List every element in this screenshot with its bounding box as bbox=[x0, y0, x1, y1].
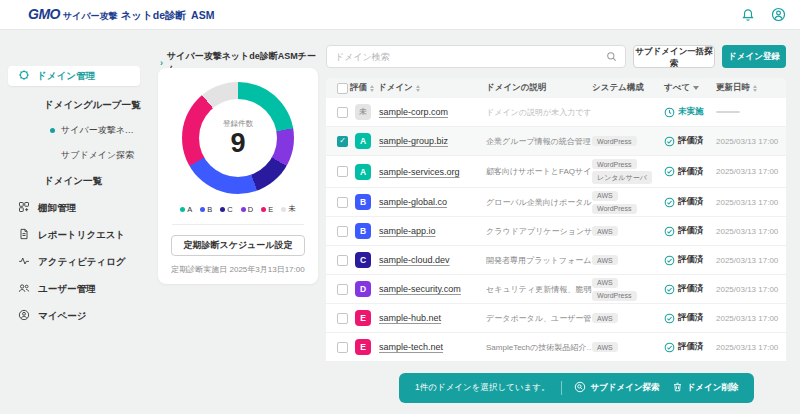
sidebar-item-report-request[interactable]: レポートリクエスト bbox=[18, 228, 152, 242]
top-header: GMO サイバー攻撃 ネットde診断 ASM bbox=[0, 0, 800, 30]
system-tags: AWSWordPress bbox=[592, 191, 664, 214]
column-header-grade[interactable]: 評価 bbox=[348, 82, 378, 94]
sidebar-item-team[interactable]: サイバー攻撃ネ… bbox=[50, 124, 152, 137]
status-badge: 評価済 bbox=[664, 341, 716, 353]
system-tag: レンタルサーバ bbox=[592, 171, 652, 184]
chart-legend: ABCDE未 bbox=[180, 204, 295, 214]
notification-bell-icon[interactable] bbox=[740, 7, 756, 23]
domain-link[interactable]: sample-security.com bbox=[379, 284, 461, 294]
grade-badge: A bbox=[355, 133, 371, 149]
status-badge: 評価済 bbox=[664, 196, 716, 208]
table-row: Dsample-security.comセキュリティ更新情報、脆弱…AWSWor… bbox=[326, 275, 786, 304]
sidebar-item-mypage[interactable]: マイページ bbox=[18, 309, 152, 323]
row-checkbox[interactable]: ✓ bbox=[337, 136, 348, 147]
legend-item: E bbox=[261, 205, 273, 214]
gear-globe-icon bbox=[18, 69, 30, 83]
updated-at: 2025/03/13 17:00 bbox=[716, 137, 786, 146]
check-circle-icon bbox=[664, 284, 675, 295]
sidebar-item-domain-list[interactable]: ドメイン一覧 bbox=[44, 175, 152, 188]
sidebar-item-subdomain-search[interactable]: サブドメイン探索 bbox=[61, 149, 152, 162]
status-filter-dropdown[interactable]: すべて bbox=[664, 82, 716, 94]
updated-at: 2025/03/13 17:00 bbox=[716, 227, 786, 236]
domain-link[interactable]: sample-group.biz bbox=[379, 136, 448, 146]
system-tag: AWS bbox=[592, 255, 618, 265]
check-circle-icon bbox=[664, 197, 675, 208]
domain-description: 顧客向けサポートとFAQサイト bbox=[486, 166, 592, 177]
domain-link[interactable]: sample-tech.net bbox=[379, 342, 443, 352]
system-tag: WordPress bbox=[592, 291, 637, 301]
check-circle-icon bbox=[664, 166, 675, 177]
legend-item: C bbox=[220, 205, 232, 214]
schedule-settings-button[interactable]: 定期診断スケジュール設定 bbox=[171, 235, 305, 256]
system-tag: WordPress bbox=[592, 136, 637, 146]
system-tags: AWS bbox=[592, 226, 664, 236]
subdomain-search-action-button[interactable]: サブドメイン探索 bbox=[574, 381, 659, 395]
domain-search-box bbox=[326, 45, 626, 68]
domain-link[interactable]: sample-cloud.dev bbox=[379, 255, 450, 265]
legend-dot-icon bbox=[180, 207, 185, 212]
logo-gmo: GMO bbox=[28, 6, 60, 22]
grade-badge: A bbox=[355, 164, 371, 180]
domain-description: ドメインの説明が未入力です bbox=[486, 107, 592, 118]
updated-at: 2025/03/13 17:00 bbox=[716, 314, 786, 323]
check-circle-icon bbox=[664, 226, 675, 237]
updated-at: 2025/03/13 17:00 bbox=[716, 343, 786, 352]
logo-product: サイバー攻撃 bbox=[63, 10, 118, 23]
chevron-right-icon: › bbox=[160, 58, 163, 68]
grade-badge: 未 bbox=[355, 104, 371, 120]
domain-link[interactable]: sample-corp.com bbox=[379, 107, 448, 117]
domain-description: 開発者専用プラットフォーム bbox=[486, 255, 592, 266]
column-header-domain[interactable]: ドメイン bbox=[378, 82, 486, 94]
updated-at bbox=[716, 111, 786, 113]
divider bbox=[561, 381, 562, 395]
domain-link[interactable]: sample-global.co bbox=[379, 197, 447, 207]
domain-link[interactable]: sample-app.io bbox=[379, 226, 436, 236]
status-badge: 評価済 bbox=[664, 166, 716, 178]
sort-icon bbox=[370, 85, 374, 92]
domain-description: データポータル、ユーザー管… bbox=[486, 313, 592, 324]
search-icon bbox=[606, 48, 617, 66]
domain-search-input[interactable] bbox=[335, 52, 606, 62]
search-circle-icon bbox=[574, 381, 586, 395]
table-row: Bsample-app.ioクラウドアプリケーションサ…AWS評価済2025/0… bbox=[326, 217, 786, 246]
grade-badge: D bbox=[355, 281, 371, 297]
row-checkbox[interactable] bbox=[337, 284, 348, 295]
row-checkbox[interactable] bbox=[337, 342, 348, 353]
sort-icon bbox=[753, 85, 757, 92]
column-header-description: ドメインの説明 bbox=[486, 82, 592, 94]
sidebar-item-domain-management[interactable]: ドメイン管理 bbox=[8, 66, 140, 86]
row-checkbox[interactable] bbox=[337, 313, 348, 324]
status-badge: 評価済 bbox=[664, 225, 716, 237]
domain-link[interactable]: sample-services.org bbox=[379, 167, 460, 177]
system-tag: AWS bbox=[592, 191, 618, 201]
select-all-checkbox[interactable] bbox=[337, 83, 348, 94]
domain-link[interactable]: sample-hub.net bbox=[379, 313, 441, 323]
system-tag: AWS bbox=[592, 226, 618, 236]
sidebar-item-domain-group-list[interactable]: ドメイングループ一覧 bbox=[44, 99, 152, 112]
system-tag: AWS bbox=[592, 313, 618, 323]
system-tag: WordPress bbox=[592, 159, 637, 169]
sort-icon bbox=[416, 85, 420, 92]
row-checkbox[interactable] bbox=[337, 255, 348, 266]
row-checkbox[interactable] bbox=[337, 226, 348, 237]
sidebar-item-inventory[interactable]: 棚卸管理 bbox=[18, 201, 152, 215]
bulk-subdomain-search-button[interactable]: サブドメイン一括探索 bbox=[633, 45, 715, 68]
sidebar-item-user-management[interactable]: ユーザー管理 bbox=[18, 282, 152, 296]
trash-icon bbox=[672, 381, 683, 395]
row-checkbox[interactable] bbox=[337, 166, 348, 177]
check-circle-icon bbox=[664, 342, 675, 353]
selected-dot-icon bbox=[50, 128, 55, 133]
domain-delete-action-button[interactable]: ドメイン削除 bbox=[672, 381, 739, 395]
column-header-updated[interactable]: 更新日時 bbox=[716, 82, 786, 94]
row-checkbox[interactable] bbox=[337, 107, 348, 118]
system-tags: AWS bbox=[592, 255, 664, 265]
clock-icon bbox=[664, 107, 675, 118]
row-checkbox[interactable] bbox=[337, 197, 348, 208]
account-icon[interactable] bbox=[770, 7, 786, 23]
sidebar-item-activity-log[interactable]: アクティビティログ bbox=[18, 255, 152, 269]
updated-at: 2025/03/13 17:00 bbox=[716, 256, 786, 265]
updated-at: 2025/03/13 17:00 bbox=[716, 167, 786, 176]
team-summary-card: 登録件数 9 ABCDE未 定期診断スケジュール設定 定期診断実施日 2025年… bbox=[158, 68, 318, 284]
domain-register-button[interactable]: ドメイン登録 bbox=[722, 45, 786, 68]
table-row: ✓Asample-group.biz企業グループ情報の統合管理WordPress… bbox=[326, 127, 786, 156]
